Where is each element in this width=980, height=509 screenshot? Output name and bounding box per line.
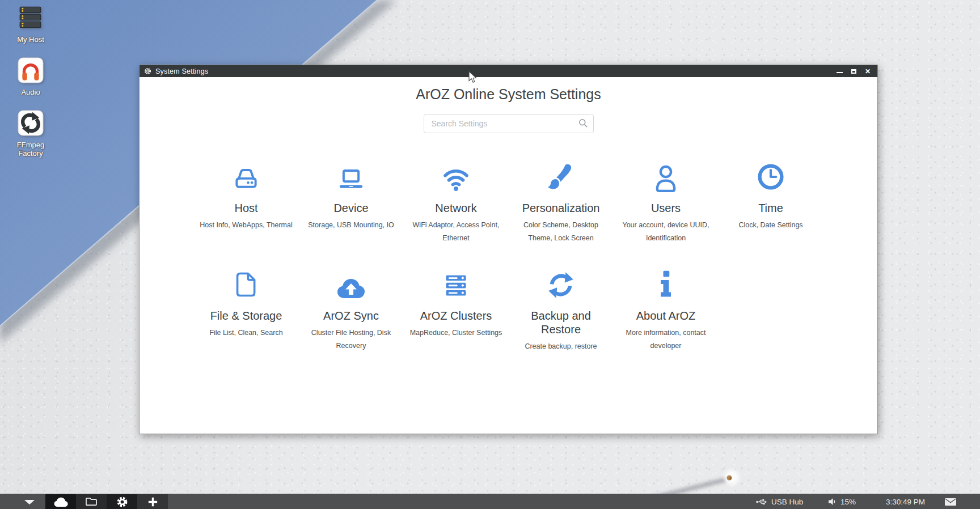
desktop-icon-label: Audio <box>21 88 40 96</box>
settings-tile-personalization[interactable]: Personalization Color Scheme, Desktop Th… <box>509 159 614 258</box>
settings-tile-description: WiFi Adaptor, Access Point, Ethernet <box>407 219 505 245</box>
settings-tile-description: Your account, device UUID, Identificatio… <box>617 219 715 245</box>
desktop-icon-audio[interactable]: Audio <box>6 57 56 96</box>
settings-tile-description: Color Scheme, Desktop Theme, Lock Screen <box>512 219 610 245</box>
wifi-icon <box>440 164 472 192</box>
settings-tile-icon <box>194 267 299 300</box>
settings-tile-about-aroz[interactable]: About ArOZ More information, contact dev… <box>614 267 719 366</box>
desktop-icon-image <box>18 110 44 136</box>
settings-tile-icon <box>404 159 509 192</box>
settings-tile-aroz-clusters[interactable]: ArOZ Clusters MapReduce, Cluster Setting… <box>404 267 509 366</box>
chevron-down-icon[interactable] <box>24 500 35 504</box>
settings-tile-grid: Host Host Info, WebApps, Thermal Device … <box>194 159 823 375</box>
file-icon <box>231 269 261 300</box>
settings-tile-description: More information, contact developer <box>617 326 715 353</box>
settings-tile-title: Personalization <box>518 201 603 215</box>
settings-tile-description: File List, Clean, Search <box>197 326 295 340</box>
settings-tile-backup-and-restore[interactable]: Backup and Restore Create backup, restor… <box>509 267 614 366</box>
plus-icon <box>147 496 159 508</box>
desktop-icon-label: FFmpeg Factory <box>6 141 56 158</box>
envelope-icon <box>945 498 956 506</box>
settings-tile-time[interactable]: Time Clock, Date Settings <box>719 159 823 258</box>
taskbar-button-cloud[interactable] <box>45 494 76 509</box>
wall-peg-center <box>729 477 732 480</box>
settings-tile-title: File & Storage <box>204 309 289 323</box>
folder-icon <box>85 496 98 507</box>
taskbar: USB Hub 15% 3:30:49 PM <box>0 494 980 509</box>
tray-volume[interactable]: 15% <box>828 494 856 509</box>
settings-tile-title: Device <box>309 201 394 215</box>
settings-tile-icon <box>404 267 509 300</box>
clock-icon <box>755 162 786 192</box>
desktop-icon-label: My Host <box>17 35 44 44</box>
search-icon <box>578 118 588 130</box>
settings-tile-icon <box>509 159 614 192</box>
info-icon <box>654 269 677 300</box>
volume-label: 15% <box>840 498 856 506</box>
settings-tile-title: Backup and Restore <box>518 309 603 336</box>
taskbar-button-gear[interactable] <box>107 494 137 509</box>
window-titlebar[interactable]: System Settings ✕ <box>140 65 877 77</box>
gear-icon <box>116 496 128 508</box>
speaker-icon <box>828 498 837 506</box>
settings-tile-title: Host <box>204 201 289 215</box>
taskbar-button-folder[interactable] <box>76 494 107 509</box>
settings-tile-description: MapReduce, Cluster Settings <box>407 326 505 340</box>
tray-mail[interactable] <box>945 494 956 509</box>
laptop-icon <box>335 165 367 192</box>
settings-tile-aroz-sync[interactable]: ArOZ Sync Cluster File Hosting, Disk Rec… <box>299 267 404 366</box>
recycle-arrows-icon <box>18 110 44 136</box>
settings-tile-description: Clock, Date Settings <box>722 219 820 232</box>
settings-tile-file-storage[interactable]: File & Storage File List, Clean, Search <box>194 267 299 366</box>
settings-tile-title: ArOZ Sync <box>309 309 394 323</box>
harddisk-icon <box>230 164 262 192</box>
tray-usb[interactable]: USB Hub <box>756 494 803 509</box>
usb-label: USB Hub <box>771 498 803 506</box>
close-icon[interactable]: ✕ <box>865 68 871 75</box>
settings-tile-host[interactable]: Host Host Info, WebApps, Thermal <box>194 159 299 258</box>
settings-tile-title: About ArOZ <box>623 309 708 323</box>
settings-tile-device[interactable]: Device Storage, USB Mounting, IO <box>299 159 404 258</box>
page-title: ArOZ Online System Settings <box>140 86 877 103</box>
settings-tile-icon <box>614 159 719 192</box>
user-icon <box>650 163 682 192</box>
system-settings-window: System Settings ✕ ArOZ Online System Set… <box>139 65 878 434</box>
settings-tile-users[interactable]: Users Your account, device UUID, Identif… <box>614 159 719 258</box>
settings-tile-description: Create backup, restore <box>512 340 610 353</box>
desktop-icon-image <box>18 5 44 31</box>
settings-tile-icon <box>509 267 614 300</box>
desktop-icon-ffmpeg-factory[interactable]: FFmpeg Factory <box>6 110 56 158</box>
sync-arrows-icon <box>546 270 576 300</box>
cloud-upload-icon <box>335 274 368 300</box>
desktop-icon-column: My Host Audio FFmpeg Factory <box>6 5 56 158</box>
settings-tile-description: Storage, USB Mounting, IO <box>302 219 400 232</box>
settings-tile-title: Time <box>728 201 813 215</box>
window-content: ArOZ Online System Settings Host Host In… <box>140 77 877 434</box>
settings-tile-title: ArOZ Clusters <box>413 309 499 323</box>
settings-tile-icon <box>719 159 823 192</box>
server-icon <box>18 5 44 31</box>
usb-icon <box>756 498 767 506</box>
settings-tile-network[interactable]: Network WiFi Adaptor, Access Point, Ethe… <box>404 159 509 258</box>
paintbrush-icon <box>545 162 577 192</box>
clock-label: 3:30:49 PM <box>886 498 925 506</box>
taskbar-app-buttons <box>45 494 168 509</box>
desktop-icon-my-host[interactable]: My Host <box>6 5 56 44</box>
settings-tile-description: Cluster File Hosting, Disk Recovery <box>302 326 400 353</box>
tray-clock[interactable]: 3:30:49 PM <box>886 494 925 509</box>
settings-tile-icon <box>299 159 404 192</box>
settings-tile-icon <box>194 159 299 192</box>
server-stack-icon <box>440 272 472 300</box>
minimize-icon[interactable] <box>837 72 843 73</box>
search-box <box>424 114 594 133</box>
cloud-icon <box>53 496 69 508</box>
maximize-icon[interactable] <box>851 69 856 74</box>
settings-tile-title: Users <box>623 201 708 215</box>
settings-tile-title: Network <box>413 201 499 215</box>
settings-tile-icon <box>299 267 404 300</box>
taskbar-button-plus[interactable] <box>137 494 168 509</box>
settings-tile-description: Host Info, WebApps, Thermal <box>197 219 295 232</box>
search-input[interactable] <box>424 114 594 133</box>
desktop-icon-image <box>18 57 44 83</box>
headphones-icon <box>18 57 44 83</box>
